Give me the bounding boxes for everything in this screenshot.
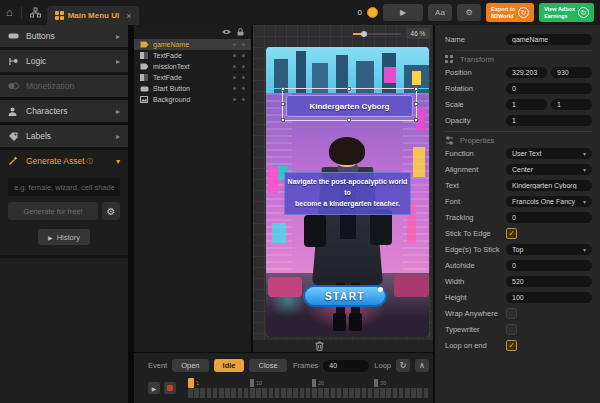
alignment-select[interactable]: Center▾ (506, 164, 592, 175)
function-select[interactable]: User Text▾ (506, 148, 592, 159)
caret-down-icon: ▾ (583, 166, 586, 173)
text-label: Text (445, 181, 459, 190)
generate-prompt-input[interactable] (8, 178, 120, 196)
selection-handle[interactable] (347, 118, 351, 122)
opacity-input[interactable] (506, 115, 592, 126)
tracking-input[interactable] (506, 212, 592, 223)
wrap-anywhere-checkbox[interactable] (506, 308, 517, 319)
height-input[interactable] (506, 292, 592, 303)
sidebar-item-monetization[interactable]: Monetization (0, 75, 128, 97)
cursor-shine-dot (378, 287, 383, 292)
event-tab-open[interactable]: Open (172, 359, 208, 372)
layer-name: TextFade (153, 52, 182, 59)
sidebar-item-logic[interactable]: Logic ▸ (0, 50, 128, 72)
export-button[interactable]: Export to8DWorld ↻ (486, 3, 534, 22)
frames-input[interactable] (323, 360, 369, 372)
selection-handle[interactable] (281, 102, 285, 106)
sidebar-item-characters[interactable]: Characters ▸ (0, 100, 128, 122)
start-button-object[interactable]: START (303, 285, 387, 307)
layer-row-textfade[interactable]: TextFade (134, 50, 251, 61)
layer-toggles[interactable] (233, 76, 245, 79)
selection-handle[interactable] (281, 118, 285, 122)
name-input[interactable] (506, 34, 592, 45)
stick-to-edge-row: Stick To Edge ✓ (445, 227, 592, 240)
view-earnings-button[interactable]: View AdboxEarnings ↻ (539, 3, 594, 22)
layer-toggles[interactable] (233, 54, 245, 57)
position-x-input[interactable] (506, 67, 547, 78)
sidebar-item-buttons[interactable]: Buttons ▸ (0, 25, 128, 47)
eye-icon[interactable] (222, 29, 231, 35)
rotation-input[interactable] (506, 83, 592, 94)
sidebar-item-labels[interactable]: Labels ▸ (0, 125, 128, 147)
scale-y-input[interactable] (551, 99, 592, 110)
trash-icon[interactable] (315, 341, 324, 351)
font-button[interactable]: Aa (428, 4, 452, 21)
caret-down-icon: ▾ (583, 150, 586, 157)
mission-line1: Navigate the post-apocalyptic world to (285, 177, 410, 199)
generate-settings-button[interactable]: ⚙ (102, 202, 120, 220)
coin-icon[interactable] (367, 7, 378, 18)
selection-handle[interactable] (414, 87, 418, 91)
frame-ruler[interactable]: 1 10 20 30 (188, 378, 429, 398)
close-icon[interactable]: × (126, 11, 131, 21)
layer-toggles[interactable] (233, 65, 245, 68)
transform-section-header: Transform (445, 50, 592, 61)
event-tab-idle[interactable]: Idle (214, 359, 245, 372)
export-label: Export to8DWorld (491, 6, 515, 19)
frame-cells[interactable] (188, 388, 429, 398)
layer-row-start-button[interactable]: Start Button (134, 83, 251, 94)
tab-main-menu-ui[interactable]: Main Menu UI × (47, 6, 140, 25)
sidebar-item-generate-asset[interactable]: Generate Asset ⓘ ▾ (0, 150, 128, 172)
coins-icon (8, 82, 19, 90)
zoom-slider-handle[interactable] (361, 31, 367, 37)
selection-handle[interactable] (281, 87, 285, 91)
mission-text-object[interactable]: Navigate the post-apocalyptic world to b… (284, 172, 411, 215)
layer-toggles[interactable] (233, 87, 245, 90)
scale-x-input[interactable] (506, 99, 547, 110)
zoom-slider[interactable] (353, 33, 401, 35)
selection-handle[interactable] (347, 87, 351, 91)
autohide-input[interactable] (506, 260, 592, 271)
width-input[interactable] (506, 276, 592, 287)
neon-sign-art (272, 223, 286, 243)
position-y-input[interactable] (551, 67, 592, 78)
layer-toggles[interactable] (233, 43, 245, 46)
sidebar-label: Characters (26, 106, 68, 116)
loop-button[interactable]: ↻ (396, 359, 410, 372)
timeline-play-button[interactable]: ▶ (148, 382, 160, 394)
stick-to-edge-checkbox[interactable]: ✓ (506, 228, 517, 239)
text-input[interactable] (506, 180, 592, 191)
edges-to-stick-select[interactable]: Top▾ (506, 244, 592, 255)
generate-asset-section: Generate Asset ⓘ ▾ Generate for free! ⚙ … (0, 150, 128, 255)
preview-play-button[interactable]: ▶ (383, 4, 423, 21)
image-icon (140, 96, 149, 103)
collapse-timeline-button[interactable]: ∧ (415, 359, 429, 372)
game-preview[interactable]: Navigate the post-apocalyptic world to b… (266, 47, 429, 337)
sitemap-icon[interactable] (24, 7, 47, 18)
selection-handle[interactable] (414, 118, 418, 122)
layer-row-textfade-2[interactable]: TextFade (134, 72, 251, 83)
rotation-label: Rotation (445, 84, 473, 93)
typewriter-checkbox[interactable] (506, 324, 517, 335)
loop-on-end-checkbox[interactable]: ✓ (506, 340, 517, 351)
selection-handle[interactable] (414, 102, 418, 106)
generate-free-button[interactable]: Generate for free! (8, 202, 98, 220)
edges-to-stick-row: Edge(s) To Stick Top▾ (445, 243, 592, 256)
playhead[interactable] (188, 378, 194, 388)
font-select[interactable]: Francois One Fancy▾ (506, 196, 592, 207)
selection-box[interactable] (282, 88, 417, 121)
layer-row-background[interactable]: Background (134, 94, 251, 105)
history-button[interactable]: ▶ History (38, 229, 90, 245)
home-icon[interactable]: ⌂ (0, 7, 19, 18)
play-icon: ▶ (48, 234, 53, 241)
settings-gear-button[interactable]: ⚙ (457, 4, 481, 21)
layer-row-gamename[interactable]: gameName (134, 39, 251, 50)
timeline-record-button[interactable] (164, 382, 176, 394)
canvas-area[interactable]: 46 % (253, 25, 433, 340)
layer-toggles[interactable] (233, 98, 245, 101)
sidebar-label: Generate Asset (26, 156, 85, 166)
event-tab-close[interactable]: Close (249, 359, 286, 372)
lock-icon[interactable] (237, 28, 244, 36)
divider (21, 7, 22, 19)
layer-row-missiontext[interactable]: missionText (134, 61, 251, 72)
